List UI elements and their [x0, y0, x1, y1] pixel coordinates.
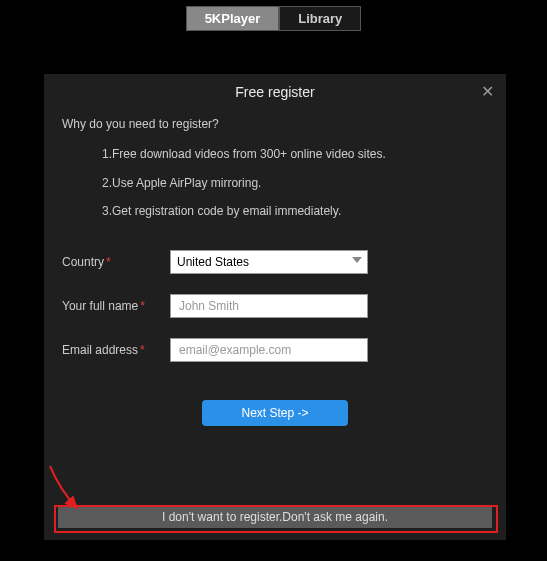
reason-1: 1.Free download videos from 300+ online …: [62, 144, 488, 164]
tab-library[interactable]: Library: [279, 6, 361, 31]
email-input[interactable]: [170, 338, 368, 362]
modal-title: Free register: [235, 84, 314, 100]
name-input[interactable]: [170, 294, 368, 318]
top-tabs: 5KPlayer Library: [0, 0, 547, 31]
email-label: Email address*: [62, 343, 170, 357]
country-select[interactable]: United States: [170, 250, 368, 274]
name-label: Your full name*: [62, 299, 170, 313]
skip-register-button[interactable]: I don't want to register.Don't ask me ag…: [58, 506, 492, 528]
reason-2: 2.Use Apple AirPlay mirroring.: [62, 173, 488, 193]
next-step-button[interactable]: Next Step ->: [202, 400, 348, 426]
why-text: Why do you need to register?: [62, 114, 488, 134]
tab-5kplayer[interactable]: 5KPlayer: [186, 6, 280, 31]
close-icon[interactable]: ✕: [481, 82, 494, 101]
country-label: Country*: [62, 255, 170, 269]
reason-3: 3.Get registration code by email immedia…: [62, 201, 488, 221]
register-modal: Free register ✕ Why do you need to regis…: [44, 74, 506, 540]
